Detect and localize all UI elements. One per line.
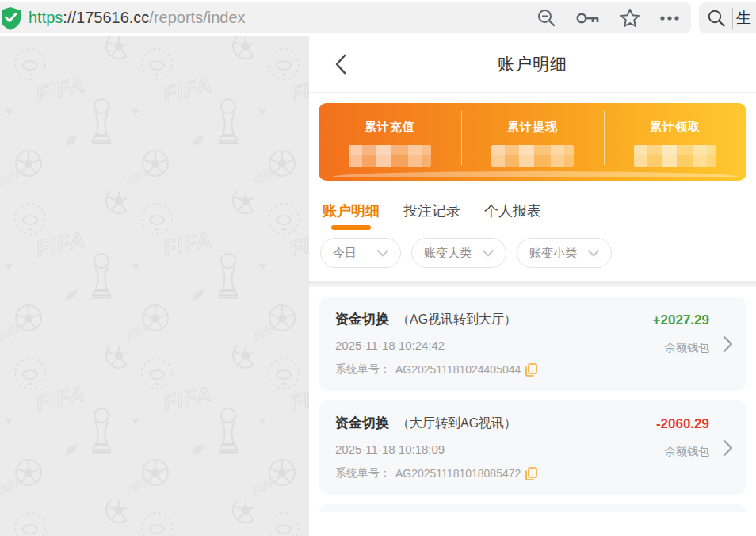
summary-label: 累计提现 <box>461 120 604 135</box>
summary-label: 累计充值 <box>319 120 461 135</box>
star-icon[interactable] <box>620 8 640 28</box>
url-scheme: https <box>29 9 63 26</box>
summary-col-claim: 累计领取 <box>604 103 746 181</box>
filter-minor-category-dropdown[interactable]: 账变小类 <box>517 238 612 268</box>
section-divider <box>309 281 756 287</box>
transaction-title: 资金切换 <box>335 310 389 328</box>
filter-date-dropdown[interactable]: 今日 <box>320 238 401 268</box>
transaction-title: 资金切换 <box>335 414 389 432</box>
url-text[interactable]: https://175616.cc/reports/index <box>29 9 246 27</box>
summary-section: 累计充值 累计提现 累计领取 <box>309 93 756 181</box>
address-bar[interactable]: https://175616.cc/reports/index <box>0 2 691 33</box>
quick-search-text: 生 <box>732 8 751 29</box>
transaction-row[interactable]: 资金切换 （AG视讯转到大厅） 2025-11-18 10:24:42 系统单号… <box>319 297 746 391</box>
account-detail-page: 账户明细 累计充值 累计提现 累计领取 账户明细 投 <box>309 36 756 536</box>
filter-label: 账变大类 <box>424 246 472 261</box>
more-dots-icon[interactable] <box>659 15 680 21</box>
filter-label: 账变小类 <box>529 246 577 261</box>
copy-icon[interactable] <box>525 363 537 377</box>
back-button[interactable] <box>328 52 353 77</box>
tab-personal-report[interactable]: 个人报表 <box>484 201 541 232</box>
transaction-subtitle: （AG视讯转到大厅） <box>397 312 517 328</box>
quick-search-box[interactable]: 生 <box>699 2 756 33</box>
order-number-label: 系统单号： <box>335 362 391 377</box>
hidden-value-blur <box>349 145 431 167</box>
filter-label: 今日 <box>333 246 357 261</box>
filter-major-category-dropdown[interactable]: 账变大类 <box>411 238 506 268</box>
url-path: /reports/index <box>149 9 245 26</box>
tab-bet-records[interactable]: 投注记录 <box>403 201 460 232</box>
hidden-value-blur <box>634 145 716 167</box>
copy-icon[interactable] <box>525 467 537 480</box>
chevron-right-icon[interactable] <box>723 439 733 457</box>
page-title: 账户明细 <box>498 53 567 75</box>
summary-col-withdraw: 累计提现 <box>461 103 604 181</box>
summary-card: 累计充值 累计提现 累计领取 <box>319 103 746 181</box>
url-host: ://175616.cc <box>63 9 149 26</box>
chevron-left-icon <box>334 54 347 75</box>
transaction-subtitle: （大厅转到AG视讯） <box>397 415 517 432</box>
browser-toolbar: https://175616.cc/reports/index <box>0 0 756 36</box>
transaction-list: 资金切换 （AG视讯转到大厅） 2025-11-18 10:24:42 系统单号… <box>309 287 756 512</box>
transaction-row-partial[interactable] <box>319 504 746 512</box>
search-icon <box>707 9 726 28</box>
tab-bar: 账户明细 投注记录 个人报表 <box>309 181 756 232</box>
chevron-down-icon <box>377 250 388 257</box>
order-number-label: 系统单号： <box>335 466 391 480</box>
key-icon[interactable] <box>575 10 601 27</box>
chevron-down-icon <box>483 250 494 257</box>
transaction-wallet: 余额钱包 <box>653 341 709 355</box>
zoom-out-icon[interactable] <box>536 8 556 28</box>
page-header: 账户明细 <box>309 36 756 93</box>
filter-bar: 今日 账变大类 账变小类 <box>309 232 756 281</box>
transaction-wallet: 余额钱包 <box>656 445 709 459</box>
chevron-down-icon <box>588 250 599 257</box>
site-background: FIFA FIFA <box>0 36 309 536</box>
hidden-value-blur <box>491 145 574 167</box>
transaction-row[interactable]: 资金切换 （大厅转到AG视讯） 2025-11-18 10:18:09 系统单号… <box>319 400 746 495</box>
summary-col-deposit: 累计充值 <box>319 103 461 181</box>
order-number-value: AG202511181024405044 <box>395 363 521 376</box>
transaction-amount: +2027.29 <box>653 312 709 328</box>
summary-label: 累计领取 <box>604 120 746 135</box>
shield-check-icon <box>2 6 22 30</box>
tab-account-detail[interactable]: 账户明细 <box>323 201 380 232</box>
chevron-right-icon[interactable] <box>723 335 733 353</box>
fifa-pattern-background: FIFA FIFA <box>0 36 309 536</box>
order-number-value: AG202511181018085472 <box>395 467 521 480</box>
card-swoosh-decoration <box>333 171 739 177</box>
transaction-amount: -2060.29 <box>656 416 709 432</box>
